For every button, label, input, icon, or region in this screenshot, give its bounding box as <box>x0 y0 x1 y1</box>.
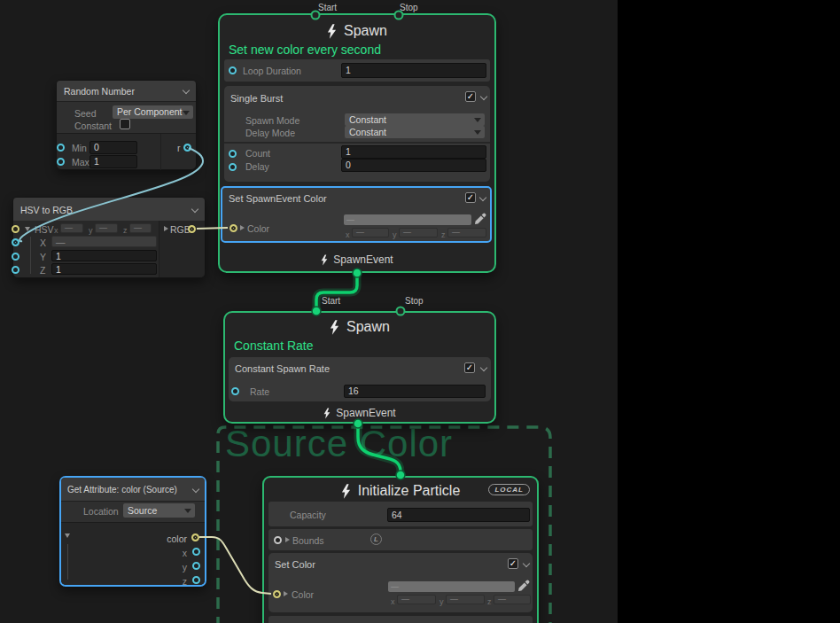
node-title: HSV to RGB <box>20 205 73 215</box>
y-field[interactable]: 1 <box>51 250 157 261</box>
hsv-to-rgb-node[interactable]: HSV to RGB HSV x — y — z — X — Y 1 Z 1 R… <box>12 197 206 278</box>
indent-line <box>30 237 31 274</box>
color-z-sublabel: z <box>441 230 446 240</box>
count-port[interactable] <box>229 150 237 158</box>
x-output-port[interactable] <box>192 548 200 556</box>
y-input-port[interactable] <box>12 253 19 261</box>
rgb-output-port[interactable] <box>188 225 196 233</box>
rate-field[interactable]: 16 <box>344 385 486 398</box>
max-field[interactable]: 1 <box>89 155 137 168</box>
seed-label: Seed <box>74 108 97 119</box>
min-field[interactable]: 0 <box>89 141 137 154</box>
set-color-block[interactable]: Set Color ✓ Color — x — y — z — <box>268 553 533 612</box>
io-divider <box>160 134 161 170</box>
set-spawnevent-color-block[interactable]: Set SpawnEvent Color ✓ Color — x — y — z… <box>221 186 492 243</box>
context-title: Spawn <box>344 23 387 39</box>
context-title-row[interactable]: Spawn <box>220 22 494 40</box>
single-burst-block[interactable]: Single Burst ✓ Spawn Mode Constant Delay… <box>224 86 490 182</box>
chevron-down-icon[interactable] <box>523 560 530 567</box>
get-attribute-titlebar[interactable]: Get Attribute: color (Source) <box>61 478 205 501</box>
delay-label: Delay <box>245 161 269 172</box>
block-title: Set Color <box>275 559 315 570</box>
node-title: Get Attribute: color (Source) <box>67 485 177 495</box>
chevron-down-icon[interactable] <box>183 87 190 94</box>
loop-duration-field[interactable]: 1 <box>341 63 486 78</box>
hsv-to-rgb-titlebar[interactable]: HSV to RGB <box>13 198 205 221</box>
hsv-z-sublabel: z <box>123 225 128 236</box>
min-input-port[interactable] <box>57 144 65 152</box>
expander-right-icon[interactable] <box>285 537 290 542</box>
capacity-panel: Capacity 64 <box>268 502 533 526</box>
expander-right-icon[interactable] <box>240 225 245 230</box>
y-output-port[interactable] <box>192 562 200 570</box>
z-label: Z <box>40 265 45 276</box>
context-title: Spawn <box>346 319 390 335</box>
context-sublabel: Set new color every second <box>229 43 381 57</box>
block-enabled-checkbox[interactable]: ✓ <box>465 91 476 102</box>
spawn-context-1[interactable]: Spawn Set new color every second Loop Du… <box>218 13 496 273</box>
max-input-port[interactable] <box>57 158 65 166</box>
spawn-mode-dropdown[interactable]: Constant <box>345 113 485 126</box>
chevron-down-icon[interactable] <box>479 194 486 201</box>
color-y-sublabel: y <box>439 596 444 607</box>
block-enabled-checkbox[interactable]: ✓ <box>465 192 476 203</box>
r-output-port[interactable] <box>183 144 191 152</box>
color-label: Color <box>292 589 314 600</box>
indent-line <box>67 544 68 580</box>
y-output-label: y <box>123 562 187 572</box>
x-label: X <box>40 238 46 248</box>
edge-getattribute-to-setcolor[interactable] <box>199 537 271 594</box>
z-field[interactable]: 1 <box>51 263 157 275</box>
chevron-down-icon[interactable] <box>191 206 198 213</box>
color-output-port[interactable] <box>191 533 199 541</box>
next-block-partial <box>268 616 533 623</box>
eyedropper-icon[interactable] <box>517 580 530 592</box>
context-title-row[interactable]: Spawn <box>225 318 494 336</box>
vfx-graph-canvas[interactable]: Source Color Random Number Seed Per Comp… <box>0 0 840 623</box>
spawn-context-2[interactable]: Spawn Constant Rate Constant Spawn Rate … <box>223 311 496 424</box>
expander-right-icon[interactable] <box>284 591 288 596</box>
system-label: Source Color <box>225 423 453 465</box>
block-enabled-checkbox[interactable]: ✓ <box>464 362 475 373</box>
hsv-z-subfield: — <box>129 223 152 233</box>
delay-mode-dropdown[interactable]: Constant <box>345 126 485 138</box>
chevron-down-icon[interactable] <box>480 93 487 100</box>
color-z-sublabel: z <box>487 596 492 607</box>
constant-checkbox[interactable] <box>120 119 130 129</box>
bounds-local-badge: L <box>370 533 382 545</box>
color-y-subfield: — <box>446 595 485 604</box>
spawnevent-label: SpawnEvent <box>336 407 395 419</box>
color-input-port[interactable] <box>229 224 237 232</box>
node-title: Random Number <box>64 86 135 97</box>
delay-port[interactable] <box>229 163 237 171</box>
expander-down-icon[interactable] <box>25 227 30 231</box>
color-x-sublabel: x <box>346 230 350 240</box>
loop-duration-port[interactable] <box>229 66 237 74</box>
color-swatch-field[interactable]: — <box>344 214 471 225</box>
hsv-input-port[interactable] <box>12 225 19 233</box>
delay-field[interactable]: 0 <box>341 159 486 172</box>
location-dropdown[interactable]: Source <box>123 503 195 518</box>
local-badge: LOCAL <box>488 484 530 495</box>
color-swatch-field[interactable]: — <box>388 581 515 592</box>
rate-port[interactable] <box>231 387 239 395</box>
seed-dropdown[interactable]: Per Component <box>113 105 193 119</box>
chevron-down-icon[interactable] <box>192 486 199 493</box>
count-field[interactable]: 1 <box>341 145 486 159</box>
block-divider <box>224 142 490 144</box>
chevron-down-icon[interactable] <box>480 364 487 371</box>
z-input-port[interactable] <box>12 266 19 274</box>
z-output-port[interactable] <box>192 576 200 584</box>
block-enabled-checkbox[interactable]: ✓ <box>508 558 518 569</box>
random-number-titlebar[interactable]: Random Number <box>57 81 196 101</box>
x-input-port[interactable] <box>12 238 19 246</box>
random-number-node[interactable]: Random Number Seed Per Component Constan… <box>56 80 197 170</box>
bounds-port[interactable] <box>274 536 282 544</box>
color-input-port[interactable] <box>273 590 281 598</box>
capacity-field[interactable]: 64 <box>387 508 530 522</box>
initialize-particle-context[interactable]: Initialize Particle LOCAL Capacity 64 Bo… <box>262 476 539 623</box>
eyedropper-icon[interactable] <box>474 213 486 225</box>
expander-down-icon[interactable] <box>65 533 70 538</box>
get-attribute-node[interactable]: Get Attribute: color (Source) Location S… <box>59 476 206 587</box>
constant-spawn-rate-block[interactable]: Constant Spawn Rate ✓ Rate 16 <box>229 357 491 401</box>
